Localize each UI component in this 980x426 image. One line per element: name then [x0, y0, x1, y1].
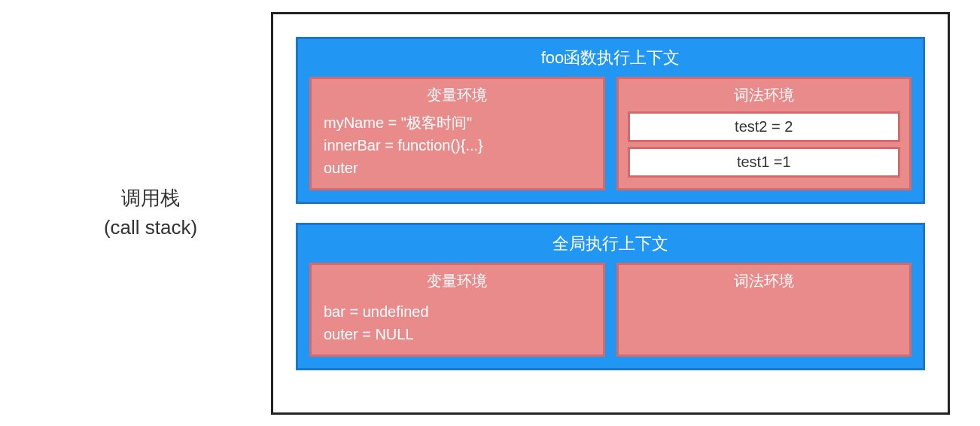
foo-context-title: foo函数执行上下文: [309, 47, 912, 69]
foo-lex-env-title: 词法环境: [628, 85, 901, 105]
call-stack-frame: foo函数执行上下文 变量环境 myName = "极客时间" innerBar…: [271, 12, 950, 415]
global-context: 全局执行上下文 变量环境 bar = undefined outer = NUL…: [296, 223, 925, 370]
global-env-row: 变量环境 bar = undefined outer = NULL 词法环境: [309, 263, 912, 357]
var-line: innerBar = function(){...}: [324, 134, 594, 157]
foo-var-env: 变量环境 myName = "极客时间" innerBar = function…: [309, 77, 605, 190]
foo-context: foo函数执行上下文 变量环境 myName = "极客时间" innerBar…: [296, 37, 925, 204]
label-line2: (call stack): [30, 213, 271, 242]
global-var-env-content: bar = undefined outer = NULL: [321, 300, 594, 345]
foo-lex-items: test2 = 2 test1 =1: [628, 111, 901, 178]
var-line: outer: [324, 157, 594, 179]
global-lex-env-title: 词法环境: [628, 271, 901, 291]
lex-item: test2 = 2: [628, 111, 901, 142]
label-line1: 调用栈: [30, 184, 271, 213]
call-stack-label: 调用栈 (call stack): [30, 184, 271, 242]
var-line: outer = NULL: [324, 323, 594, 345]
global-context-title: 全局执行上下文: [309, 233, 912, 255]
global-var-env-title: 变量环境: [321, 271, 594, 291]
foo-lex-env: 词法环境 test2 = 2 test1 =1: [616, 77, 912, 190]
global-lex-env: 词法环境: [616, 263, 912, 357]
var-line: myName = "极客时间": [324, 111, 594, 134]
lex-item: test1 =1: [628, 147, 901, 178]
foo-env-row: 变量环境 myName = "极客时间" innerBar = function…: [309, 77, 912, 190]
foo-var-env-content: myName = "极客时间" innerBar = function(){..…: [321, 111, 594, 179]
foo-var-env-title: 变量环境: [321, 85, 594, 105]
var-line: bar = undefined: [324, 300, 594, 323]
global-var-env: 变量环境 bar = undefined outer = NULL: [309, 263, 605, 357]
